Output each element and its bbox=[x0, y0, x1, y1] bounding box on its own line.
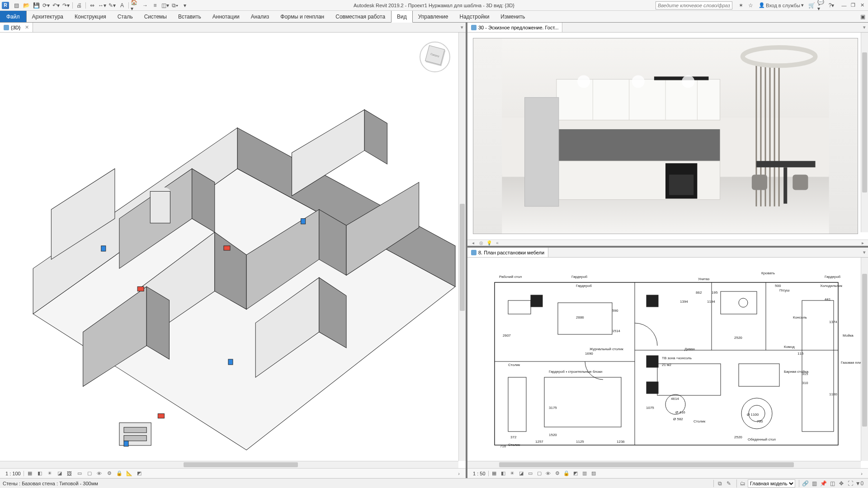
ribbon-collapse-icon[interactable]: ▣ bbox=[857, 11, 868, 22]
text-icon[interactable]: A bbox=[118, 1, 127, 9]
help-icon[interactable]: ?▾ bbox=[827, 1, 835, 9]
scale-display[interactable]: 1 : 100 bbox=[3, 471, 24, 476]
view-tab-sketch[interactable]: 30 - Эскизное предложение. Гост... bbox=[467, 23, 562, 32]
section-icon[interactable]: → bbox=[141, 1, 150, 9]
view-tab-3d[interactable]: {3D} ✕ bbox=[0, 23, 33, 32]
shadows-icon[interactable]: ◪ bbox=[518, 470, 525, 477]
view-maximize-icon[interactable]: ▾ bbox=[458, 23, 466, 32]
tab-annotate[interactable]: Аннотации bbox=[207, 11, 245, 22]
tab-manage[interactable]: Управление bbox=[413, 11, 454, 22]
canvas-render[interactable] bbox=[467, 33, 868, 239]
analytical-icon[interactable]: 📐 bbox=[125, 470, 133, 477]
filter-count-icon[interactable]: ▼0 bbox=[855, 480, 863, 487]
file-tab[interactable]: Файл bbox=[0, 11, 27, 22]
scale-display[interactable]: 1 : 50 bbox=[470, 471, 489, 476]
infocenter-icon[interactable]: ✶ bbox=[737, 1, 745, 9]
nav-prev-icon[interactable]: ◂ bbox=[470, 240, 476, 245]
tab-massing[interactable]: Формы и генплан bbox=[275, 11, 330, 22]
view-tab-plan[interactable]: 8. План расстановки мебели bbox=[467, 248, 548, 257]
select-pinned-icon[interactable]: 📌 bbox=[819, 480, 827, 487]
tab-structure[interactable]: Конструкция bbox=[69, 11, 112, 22]
tab-insert[interactable]: Вставить bbox=[173, 11, 207, 22]
crop-view-icon[interactable]: ▭ bbox=[527, 470, 534, 477]
crop-region-icon[interactable]: ▢ bbox=[85, 470, 94, 477]
tab-view[interactable]: Вид bbox=[391, 11, 413, 23]
minimize-button[interactable]: — bbox=[840, 2, 848, 9]
highlight-disp-icon[interactable]: ◩ bbox=[135, 470, 143, 477]
tab-architecture[interactable]: Архитектура bbox=[27, 11, 70, 22]
editreq-icon[interactable]: ✎ bbox=[725, 480, 733, 487]
favorite-icon[interactable]: ☆ bbox=[747, 1, 755, 9]
view-maximize-icon[interactable]: ▾ bbox=[861, 248, 868, 257]
tab-steel[interactable]: Сталь bbox=[112, 11, 139, 22]
qat-custom-icon[interactable]: ▾ bbox=[180, 1, 189, 9]
background-icon[interactable]: ⛶ bbox=[846, 480, 854, 487]
search-input[interactable] bbox=[656, 1, 732, 9]
crop-region-icon[interactable]: ▢ bbox=[536, 470, 543, 477]
scroll-more-icon[interactable]: › bbox=[858, 470, 865, 477]
view-cube[interactable]: Сверху bbox=[417, 39, 453, 75]
shadows-icon[interactable]: ◪ bbox=[56, 470, 64, 477]
nav-light-icon[interactable]: 💡 bbox=[486, 240, 492, 245]
thin-lines-icon[interactable]: ≡ bbox=[151, 1, 160, 9]
scrollbar-horizontal[interactable] bbox=[0, 461, 458, 468]
visual-style-icon[interactable]: ◧ bbox=[36, 470, 44, 477]
color-fill-icon[interactable]: ◩ bbox=[572, 470, 579, 477]
unhide-icon[interactable]: 👁 bbox=[545, 470, 552, 477]
select-links-icon[interactable]: 🔗 bbox=[801, 480, 809, 487]
reveal-icon[interactable]: 🔒 bbox=[563, 470, 570, 477]
reveal-constraints-icon[interactable]: 🔒 bbox=[115, 470, 123, 477]
close-button[interactable]: ✕ bbox=[858, 2, 866, 9]
close-view-icon[interactable]: ✕ bbox=[22, 24, 29, 30]
drag-el-icon[interactable]: ✥ bbox=[837, 480, 845, 487]
nav-next-icon[interactable]: ▸ bbox=[860, 240, 865, 245]
canvas-plan[interactable]: Рабочий стол Гардероб Гардероб Унитаз Кр… bbox=[467, 258, 868, 468]
print-icon[interactable]: 🖨 bbox=[75, 1, 84, 9]
scrollbar-vertical[interactable] bbox=[458, 33, 466, 461]
select-face-icon[interactable]: ◫ bbox=[828, 480, 836, 487]
nav-more-icon[interactable]: « bbox=[495, 240, 500, 245]
temp-props-icon[interactable]: ⚙ bbox=[554, 470, 561, 477]
tab-systems[interactable]: Системы bbox=[139, 11, 173, 22]
tab-analyze[interactable]: Анализ bbox=[245, 11, 275, 22]
detail-level-icon[interactable]: ▦ bbox=[26, 470, 34, 477]
switch-win-icon[interactable]: ⧉▾ bbox=[170, 1, 179, 9]
render-dialog-icon[interactable]: 🖼 bbox=[66, 470, 74, 477]
select-underlay-icon[interactable]: ▥ bbox=[810, 480, 818, 487]
scroll-more-icon[interactable]: › bbox=[455, 470, 463, 477]
canvas-3d[interactable]: Сверху bbox=[0, 33, 466, 468]
tag-icon[interactable]: ✎▾ bbox=[108, 1, 117, 9]
save-icon[interactable]: 💾 bbox=[32, 1, 41, 9]
unhide-icon[interactable]: 👁 bbox=[95, 470, 104, 477]
scrollbar-vertical[interactable] bbox=[861, 258, 868, 461]
view-maximize-icon[interactable]: ▾ bbox=[861, 23, 868, 32]
crop-view-icon[interactable]: ▭ bbox=[75, 470, 84, 477]
sunpath-icon[interactable]: ☀ bbox=[46, 470, 54, 477]
extra1-icon[interactable]: ▥ bbox=[581, 470, 588, 477]
open-file-icon[interactable]: 📂 bbox=[22, 1, 31, 9]
worksets-icon[interactable]: ⧉ bbox=[716, 480, 724, 487]
tab-addins[interactable]: Надстройки bbox=[454, 11, 495, 22]
nav-steering-icon[interactable]: ◎ bbox=[478, 240, 484, 245]
open-icon[interactable]: ▤ bbox=[12, 1, 21, 9]
restore-button[interactable]: ❐ bbox=[849, 2, 857, 9]
redo-icon[interactable]: ↷▾ bbox=[61, 1, 71, 9]
measure-icon[interactable]: ⇔ bbox=[88, 1, 97, 9]
tab-modify[interactable]: Изменить bbox=[495, 11, 531, 22]
detail-level-icon[interactable]: ▦ bbox=[491, 470, 498, 477]
search-box[interactable] bbox=[656, 1, 732, 9]
scrollbar-vertical[interactable] bbox=[861, 33, 868, 232]
model-icon[interactable]: 🗂 bbox=[739, 480, 747, 487]
extra2-icon[interactable]: ▨ bbox=[590, 470, 597, 477]
close-hidden-icon[interactable]: ◫▾ bbox=[160, 1, 170, 9]
visual-style-icon[interactable]: ◧ bbox=[500, 470, 507, 477]
align-dim-icon[interactable]: ↔▾ bbox=[98, 1, 107, 9]
default3d-icon[interactable]: 🏠▾ bbox=[131, 1, 140, 9]
undo-icon[interactable]: ↶▾ bbox=[52, 1, 61, 9]
scrollbar-horizontal[interactable] bbox=[467, 461, 861, 468]
sunpath-icon[interactable]: ☀ bbox=[509, 470, 516, 477]
comm-icon[interactable]: 💬▾ bbox=[817, 1, 826, 9]
temp-props-icon[interactable]: ⚙ bbox=[105, 470, 113, 477]
tab-collab[interactable]: Совместная работа bbox=[330, 11, 391, 22]
sync-icon[interactable]: ⟳▾ bbox=[42, 1, 51, 9]
